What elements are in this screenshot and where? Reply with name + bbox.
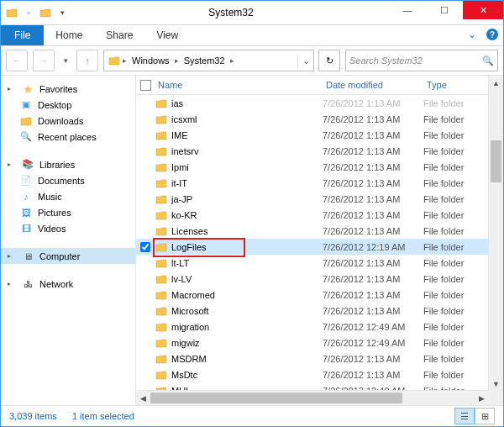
row-checkbox[interactable] [136,210,155,220]
row-checkbox[interactable] [136,98,155,108]
scroll-up-icon[interactable]: ▲ [489,76,503,90]
scroll-thumb[interactable] [150,393,402,403]
back-button[interactable]: ← [6,50,28,71]
new-folder-icon[interactable] [38,5,53,20]
scroll-thumb[interactable] [491,140,501,182]
nav-videos[interactable]: 🎞Videos [1,220,135,236]
nav-desktop[interactable]: ▣Desktop [1,97,135,113]
help-button[interactable]: ? [483,25,501,44]
chevron-right-icon[interactable]: ▸ [173,56,181,65]
row-checkbox[interactable] [136,130,155,140]
nav-downloads[interactable]: Downloads [1,113,135,129]
table-row[interactable]: ja-JP7/26/2012 1:13 AMFile folder [136,191,503,207]
close-button[interactable]: ✕ [463,1,503,19]
row-checkbox[interactable] [136,338,155,348]
refresh-button[interactable]: ↻ [318,50,340,71]
nav-network[interactable]: ▸🖧Network [1,276,135,292]
table-row[interactable]: migration7/26/2012 12:49 AMFile folder [136,319,503,335]
scroll-right-icon[interactable]: ▶ [475,391,489,405]
nav-pictures[interactable]: 🖼Pictures [1,204,135,220]
nav-documents[interactable]: 📄Documents [1,172,135,188]
search-input[interactable]: Search System32 🔍 [345,50,498,71]
file-date: 7/26/2012 1:13 AM [323,306,423,316]
forward-button[interactable]: → [33,50,55,71]
row-checkbox[interactable] [136,370,155,380]
file-date: 7/26/2012 1:13 AM [323,226,423,236]
nav-computer[interactable]: ▸🖥Computer [1,248,135,264]
table-row[interactable]: ias7/26/2012 1:13 AMFile folder [136,95,503,111]
nav-recent[interactable]: 🔍Recent places [1,129,135,145]
table-row[interactable]: ko-KR7/26/2012 1:13 AMFile folder [136,207,503,223]
table-row[interactable]: icsxml7/26/2012 1:13 AMFile folder [136,111,503,127]
qat-dropdown-icon[interactable]: ▾ [55,5,70,20]
up-button[interactable]: ↑ [76,50,98,71]
row-checkbox[interactable] [136,162,155,172]
row-checkbox[interactable] [136,194,155,204]
chevron-right-icon[interactable]: ▸ [121,56,129,65]
breadcrumb-seg[interactable]: System32 [181,55,228,66]
chevron-right-icon[interactable]: ▸ [228,56,236,65]
table-row[interactable]: Licenses7/26/2012 1:13 AMFile folder [136,223,503,239]
row-checkbox[interactable] [136,306,155,316]
nav-favorites[interactable]: ▸★Favorites [1,81,135,97]
select-all-checkbox[interactable] [136,80,155,91]
table-row[interactable]: inetsrv7/26/2012 1:13 AMFile folder [136,143,503,159]
properties-icon[interactable]: ▫ [21,5,36,20]
caret-icon: ▸ [8,252,16,260]
search-icon: 🔍 [482,55,494,66]
table-row[interactable]: IME7/26/2012 1:13 AMFile folder [136,127,503,143]
col-name[interactable]: Name [155,80,326,90]
table-row[interactable]: lv-LV7/26/2012 1:13 AMFile folder [136,271,503,287]
file-type: File folder [423,114,464,124]
file-type: File folder [423,306,464,316]
breadcrumb-seg[interactable]: Windows [129,55,173,66]
row-checkbox[interactable] [136,178,155,188]
tab-view[interactable]: View [144,25,190,45]
file-tab[interactable]: File [1,25,44,45]
horizontal-scrollbar[interactable]: ◀ ▶ [136,390,489,405]
file-name: MsDtc [171,370,323,380]
breadcrumb-dropdown[interactable]: ⌄ [297,55,313,66]
history-dropdown[interactable]: ▾ [60,50,71,71]
row-checkbox[interactable] [136,354,155,364]
file-type: File folder [423,370,464,380]
vertical-scrollbar[interactable]: ▲ ▼ [488,76,503,391]
table-row[interactable]: Ipmi7/26/2012 1:13 AMFile folder [136,159,503,175]
file-type: File folder [423,338,464,348]
table-row[interactable]: MsDtc7/26/2012 1:13 AMFile folder [136,366,503,382]
row-checkbox[interactable] [136,114,155,124]
table-row[interactable]: lt-LT7/26/2012 1:13 AMFile folder [136,255,503,271]
table-row[interactable]: LogFiles7/26/2012 12:19 AMFile folder [136,239,503,255]
table-row[interactable]: migwiz7/26/2012 12:49 AMFile folder [136,335,503,351]
scroll-down-icon[interactable]: ▼ [489,377,503,391]
table-row[interactable]: Macromed7/26/2012 1:13 AMFile folder [136,287,503,303]
table-row[interactable]: Microsoft7/26/2012 1:13 AMFile folder [136,303,503,319]
ribbon-expand-icon[interactable]: ⌄ [463,25,481,44]
col-date[interactable]: Date modified [326,80,427,90]
tab-share[interactable]: Share [94,25,144,45]
row-checkbox[interactable] [136,146,155,156]
row-checkbox[interactable] [136,290,155,300]
breadcrumb[interactable]: ▸ Windows ▸ System32 ▸ ⌄ [103,50,314,71]
row-checkbox[interactable] [136,258,155,268]
details-view-button[interactable]: ☰ [454,408,475,424]
folder-icon [155,113,168,126]
row-checkbox[interactable] [136,242,155,252]
folder-icon [155,97,168,110]
table-row[interactable]: it-IT7/26/2012 1:13 AMFile folder [136,175,503,191]
maximize-button[interactable]: ☐ [426,1,463,19]
row-checkbox[interactable] [136,322,155,332]
file-type: File folder [423,274,464,284]
column-headers: Name Date modified Type [136,76,503,95]
nav-label: Network [39,279,73,289]
scroll-left-icon[interactable]: ◀ [136,391,150,405]
tab-home[interactable]: Home [44,25,94,45]
row-checkbox[interactable] [136,274,155,284]
minimize-button[interactable]: — [389,1,426,19]
table-row[interactable]: MSDRM7/26/2012 1:13 AMFile folder [136,351,503,366]
nav-music[interactable]: ♪Music [1,188,135,204]
nav-libraries[interactable]: ▸📚Libraries [1,156,135,172]
titlebar: ▫ ▾ System32 — ☐ ✕ [1,1,503,25]
row-checkbox[interactable] [136,226,155,236]
icons-view-button[interactable]: ⊞ [475,408,495,424]
